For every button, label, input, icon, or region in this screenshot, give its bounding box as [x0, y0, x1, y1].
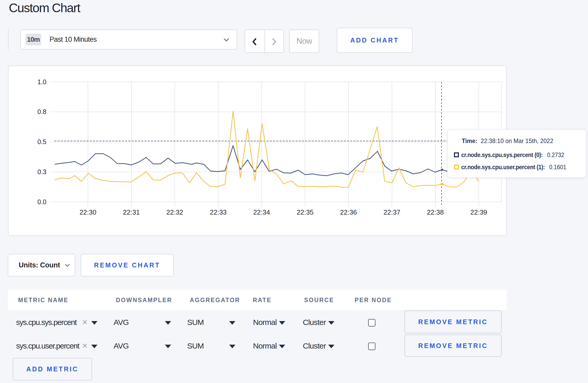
svg-text:22:38: 22:38: [427, 208, 444, 216]
svg-text:1.0: 1.0: [37, 78, 46, 86]
svg-text:22:32: 22:32: [166, 208, 183, 216]
svg-text:22:34: 22:34: [253, 208, 270, 216]
svg-text:0.5: 0.5: [37, 138, 46, 145]
svg-text:0.3: 0.3: [37, 168, 46, 175]
svg-text:22:39: 22:39: [470, 208, 487, 216]
svg-text:22:36: 22:36: [340, 208, 357, 216]
svg-text:22:31: 22:31: [123, 208, 140, 216]
svg-text:22:30: 22:30: [80, 208, 96, 216]
svg-text:22:37: 22:37: [383, 208, 400, 216]
svg-text:22:33: 22:33: [210, 208, 227, 216]
svg-text:22:35: 22:35: [297, 208, 313, 216]
svg-text:0.0: 0.0: [37, 198, 46, 205]
svg-text:0.8: 0.8: [37, 108, 46, 115]
